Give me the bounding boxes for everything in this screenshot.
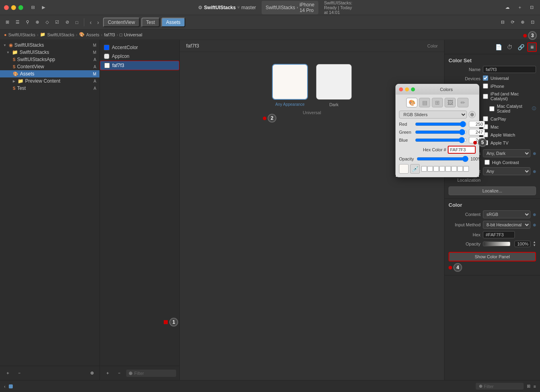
add-asset-button[interactable]: ＋ — [103, 368, 112, 378]
run-button[interactable]: ▶ — [40, 3, 48, 12]
assets-item-appicon[interactable]: AppIcon — [100, 52, 179, 61]
input-method-select[interactable]: 8-bit Hexadecimal — [483, 221, 530, 229]
list-view-btn[interactable]: ≡ — [534, 384, 536, 389]
high-contrast-check[interactable] — [484, 160, 490, 165]
blue-slider[interactable] — [415, 137, 467, 143]
tab-assets[interactable]: Assets — [161, 18, 185, 27]
opacity-stepper[interactable]: ▲ ▼ — [533, 241, 536, 247]
remove-asset-button[interactable]: － — [115, 368, 124, 378]
cp-zoom[interactable] — [411, 87, 415, 91]
bc-item3[interactable]: Assets — [86, 32, 99, 37]
add-file-button[interactable]: ＋ — [3, 368, 12, 378]
tree-item-assets[interactable]: 🎨 Assets M — [0, 70, 99, 77]
color-tab-sliders[interactable]: ▤ — [419, 98, 430, 107]
cp-close[interactable] — [399, 87, 403, 91]
device-ipad-check[interactable] — [483, 94, 488, 99]
content-select[interactable]: sRGB — [483, 210, 530, 218]
bc-item5[interactable]: Universal — [124, 32, 142, 37]
assets-item-faf7f3[interactable]: faf7f3 — [100, 61, 179, 70]
toolbar-icon2[interactable]: ⚲ — [24, 18, 32, 26]
device-icon[interactable]: ⊕ — [518, 18, 527, 26]
tree-item-root[interactable]: ▼ ◉ SwiftUIStacks M — [0, 42, 99, 49]
device-mac-catalyst-check[interactable] — [489, 106, 494, 111]
swatch-8[interactable] — [463, 166, 469, 172]
back-button[interactable]: ‹ — [87, 18, 94, 26]
file-icon-btn[interactable]: 📄 — [494, 42, 503, 52]
link-icon-btn[interactable]: 🔗 — [516, 42, 526, 52]
opacity-input[interactable] — [514, 241, 530, 247]
bc-item2[interactable]: SwiftUIStacks — [47, 32, 74, 37]
hex-color-input[interactable] — [448, 146, 476, 154]
toolbar-icon6[interactable]: ⊘ — [63, 18, 71, 26]
swatch-1[interactable] — [421, 166, 427, 172]
device-iphone-check[interactable] — [483, 83, 488, 89]
tab-test[interactable]: Test — [141, 18, 160, 27]
opacity-gradient-bar[interactable] — [483, 242, 510, 246]
sidebar-toggle[interactable]: ⊟ — [29, 3, 37, 12]
canvas-toggle[interactable]: ⊟ — [498, 18, 507, 26]
inspector-icon-btn[interactable]: ≡ — [527, 42, 537, 52]
appearances-select[interactable]: Any, Dark — [483, 149, 530, 157]
tree-item-contentview[interactable]: S ContentView A — [0, 63, 99, 70]
toolbar-icon1[interactable]: ☰ — [13, 18, 22, 26]
tree-item-app[interactable]: S SwiftUIStacksApp A — [0, 56, 99, 63]
toolbar-icon5[interactable]: ☑ — [53, 18, 62, 26]
filter-icon[interactable]: ⊕ — [88, 369, 96, 377]
bc-item1[interactable]: SwiftUIStacks — [8, 32, 36, 37]
tree-item-preview[interactable]: ▶ 📁 Preview Content A — [0, 77, 99, 85]
toolbar-icon3[interactable]: ⊕ — [33, 18, 42, 26]
red-slider[interactable] — [415, 121, 467, 127]
current-color-preview[interactable] — [399, 164, 409, 174]
opacity-down[interactable]: ▼ — [533, 244, 536, 247]
show-color-panel-button[interactable]: Show Color Panel — [449, 252, 536, 261]
info-icon[interactable]: ⓘ — [532, 106, 536, 111]
clock-icon-btn[interactable]: ⏱ — [505, 42, 514, 52]
gamut-select[interactable]: Any — [483, 167, 530, 175]
cp-minimize[interactable] — [405, 87, 409, 91]
close-button[interactable] — [4, 5, 9, 10]
device-universal-check[interactable] — [483, 75, 488, 81]
fullscreen-button[interactable] — [18, 5, 23, 10]
color-tab-wheel[interactable]: 🎨 — [406, 98, 417, 107]
assets-item-accent[interactable]: AccentColor — [100, 43, 179, 52]
swatch-4[interactable] — [439, 166, 445, 172]
forward-button[interactable]: › — [95, 18, 101, 26]
mode-select-dropdown[interactable]: RGB Sliders — [399, 111, 467, 119]
cloud-icon[interactable]: ☁ — [503, 3, 512, 12]
swatch-7[interactable] — [457, 166, 463, 172]
add-tab-button[interactable]: ＋ — [515, 3, 524, 12]
remove-file-button[interactable]: － — [15, 368, 24, 378]
swatch-2[interactable] — [427, 166, 433, 172]
tree-item-test[interactable]: S Test A — [0, 85, 99, 92]
red-value-input[interactable] — [469, 121, 485, 127]
grid-view-btn[interactable]: ⊞ — [527, 384, 530, 389]
tab-content-view[interactable]: ContentView — [103, 18, 140, 27]
color-tab-image[interactable]: 🖼 — [445, 98, 456, 107]
swatch-6[interactable] — [451, 166, 457, 172]
swatch-dark[interactable]: Dark — [316, 64, 352, 107]
sidebar-left-toggle[interactable]: ⊞ — [3, 18, 12, 26]
refresh-icon[interactable]: ⟳ — [508, 18, 517, 26]
swatch-5[interactable] — [445, 166, 451, 172]
color-tab-crayon[interactable]: ✏ — [457, 98, 469, 107]
swatch-any-appearance[interactable]: Any Appearance — [272, 64, 308, 107]
status-back-btn[interactable]: ‹ — [4, 384, 6, 389]
inspector-right[interactable]: ⊡ — [528, 18, 537, 26]
toolbar-icon4[interactable]: ◇ — [43, 18, 51, 26]
layout-toggle[interactable]: ⊡ — [528, 3, 536, 12]
bc-item4[interactable]: faf7f3 — [104, 32, 115, 37]
name-input[interactable] — [483, 66, 536, 73]
scheme-tab-1[interactable]: SwiftUIStacks › iPhone 14 Pro — [262, 1, 318, 14]
toolbar-icon7[interactable]: □ — [73, 18, 81, 26]
localize-button[interactable]: Localize... — [449, 186, 536, 195]
opacity-slider[interactable] — [417, 156, 469, 162]
minimize-button[interactable] — [11, 5, 16, 10]
tree-item-folder[interactable]: ▼ 📁 SwiftUIStacks M — [0, 49, 99, 56]
green-value-input[interactable] — [469, 129, 485, 135]
eyedropper-button[interactable]: 💉 — [410, 164, 420, 174]
color-tab-palette[interactable]: ⊞ — [432, 98, 443, 107]
swatch-3[interactable] — [433, 166, 439, 172]
filter-bar[interactable]: ⊕ Filter — [476, 383, 524, 390]
hex-input[interactable] — [483, 231, 515, 238]
green-slider[interactable] — [415, 129, 467, 135]
